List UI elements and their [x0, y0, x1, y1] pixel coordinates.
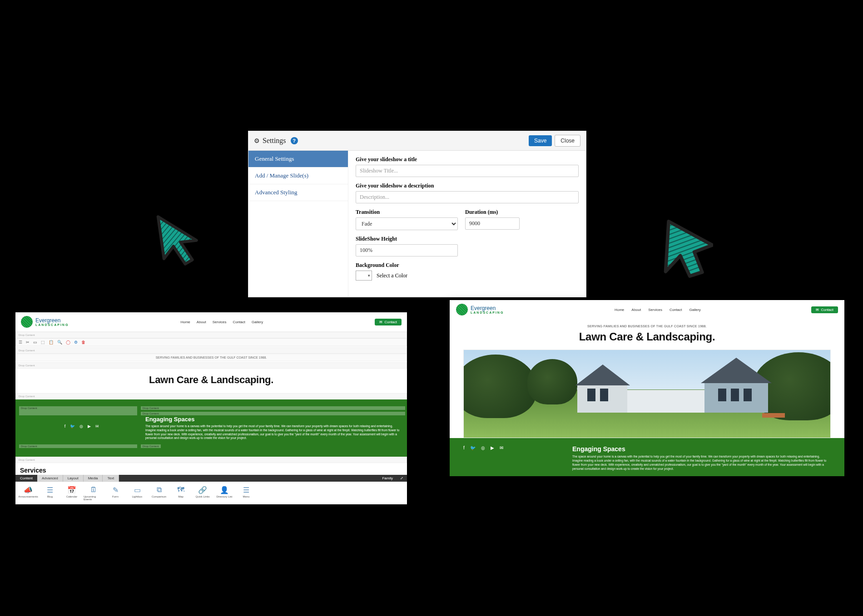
tab-layout[interactable]: Layout — [63, 475, 84, 482]
label-slideshow-description: Give your slideshow a description — [356, 182, 579, 189]
comp-quicklinks[interactable]: 🔗Quick Links — [192, 484, 213, 503]
tab-advanced[interactable]: Advanced — [37, 475, 63, 482]
settings-form: Give your slideshow a title Give your sl… — [348, 151, 586, 297]
preview-headline: Lawn Care & Landscaping. — [450, 328, 844, 350]
drop-zone[interactable]: Drop Content — [15, 332, 407, 338]
compare-icon: ⧉ — [154, 486, 164, 494]
comp-map[interactable]: 🗺Map — [170, 484, 192, 503]
comp-lightbox[interactable]: ▭Lightbox — [126, 484, 148, 503]
comp-menu[interactable]: ☰Menu — [235, 484, 257, 503]
nav-services[interactable]: Services — [648, 308, 662, 312]
editor-toolbar: ☰ ✂ ▭ ⬚ 📋 🔍 ◯ ⚙ 🗑 — [15, 338, 407, 346]
twitter-icon[interactable]: 🐦 — [470, 445, 476, 471]
nav-about[interactable]: About — [197, 320, 206, 324]
instagram-icon[interactable]: ◎ — [79, 424, 83, 440]
input-slideshow-height[interactable] — [356, 244, 458, 256]
input-slideshow-description[interactable] — [356, 191, 579, 203]
select-transition[interactable]: Fade — [356, 217, 458, 230]
contact-button-label: Contact — [821, 308, 833, 312]
drop-zone[interactable]: Drop Content — [141, 412, 405, 415]
engaging-title: Engaging Spaces — [572, 445, 831, 453]
comp-announcements[interactable]: 📣Announcements — [17, 484, 39, 503]
nav-home[interactable]: Home — [615, 308, 624, 312]
nav-contact[interactable]: Contact — [670, 308, 682, 312]
toolbar-trash-icon[interactable]: 🗑 — [81, 340, 85, 345]
input-duration[interactable] — [465, 217, 520, 230]
contact-button[interactable]: ✉ Contact — [811, 306, 838, 313]
toolbar-menu-icon[interactable]: ☰ — [19, 340, 22, 345]
toolbar-gear-icon[interactable]: ⚙ — [74, 340, 78, 345]
label-duration: Duration (ms) — [465, 209, 520, 216]
instagram-icon[interactable]: ◎ — [481, 445, 485, 471]
envelope-icon[interactable]: ✉ — [95, 424, 99, 440]
preview-engaging-block: f 🐦 ◎ ▶ ✉ Engaging Spaces The space arou… — [450, 438, 844, 476]
comp-calendar[interactable]: 📅Calendar — [61, 484, 83, 503]
expand-icon[interactable]: ⤢ — [397, 475, 407, 482]
comp-blog[interactable]: ☰Blog — [39, 484, 61, 503]
drop-zone[interactable]: Drop Content — [15, 457, 407, 463]
tab-media[interactable]: Media — [84, 475, 103, 482]
toolbar-select-icon[interactable]: ⬚ — [41, 340, 45, 345]
mail-icon: ✉ — [379, 320, 382, 324]
toolbar-search-icon[interactable]: 🔍 — [57, 340, 62, 345]
drop-zone[interactable]: Drop Content — [15, 362, 407, 369]
drop-zone[interactable]: Drop Content — [141, 406, 405, 410]
color-swatch[interactable]: ▾ — [356, 271, 372, 281]
nav-gallery[interactable]: Gallery — [252, 320, 263, 324]
engaging-body: The space around your home is a canvas w… — [145, 424, 400, 440]
chevron-down-icon: ▾ — [368, 273, 370, 278]
toolbar-cut-icon[interactable]: ✂ — [26, 340, 30, 345]
drop-zone[interactable]: Drop Content — [15, 347, 407, 354]
drop-zone[interactable]: Drop Content — [141, 444, 161, 448]
tab-family[interactable]: Family — [378, 475, 397, 482]
youtube-icon[interactable]: ▶ — [491, 445, 494, 471]
drop-zone[interactable]: Drop Content — [19, 444, 137, 448]
nav-home[interactable]: Home — [180, 320, 190, 324]
envelope-icon[interactable]: ✉ — [500, 445, 503, 471]
settings-body: General Settings Add / Manage Slide(s) A… — [248, 151, 586, 297]
megaphone-icon: 📣 — [24, 486, 33, 494]
toolbar-circle-icon[interactable]: ◯ — [66, 340, 70, 345]
preview-header: Evergreen LANDSCAPING Home About Service… — [450, 300, 844, 319]
component-palette: 📣Announcements ☰Blog 📅Calendar 🗓Upcoming… — [15, 482, 407, 504]
twitter-icon[interactable]: 🐦 — [70, 424, 75, 440]
tab-text[interactable]: Text — [103, 475, 119, 482]
contact-button-label: Contact — [384, 320, 397, 324]
comp-form[interactable]: ✎Form — [104, 484, 126, 503]
nav-about[interactable]: About — [631, 308, 641, 312]
nav-gallery[interactable]: Gallery — [689, 308, 700, 312]
facebook-icon[interactable]: f — [463, 445, 465, 471]
help-icon[interactable]: ? — [291, 137, 298, 144]
preview-window: Evergreen LANDSCAPING Home About Service… — [450, 300, 844, 476]
nav-contact[interactable]: Contact — [233, 320, 245, 324]
section-services: Services — [15, 463, 407, 475]
tab-content[interactable]: Content — [15, 475, 37, 482]
tab-manage-slides[interactable]: Add / Manage Slide(s) — [248, 168, 348, 184]
social-icons: f 🐦 ◎ ▶ ✉ — [23, 424, 141, 440]
close-button[interactable]: Close — [555, 135, 580, 147]
input-slideshow-title[interactable] — [356, 165, 579, 177]
tab-advanced-styling[interactable]: Advanced Styling — [248, 184, 348, 201]
drop-zone[interactable]: Drop Content — [15, 393, 407, 399]
comp-directory[interactable]: 👤Directory List — [213, 484, 235, 503]
brand-name: Evergreen — [35, 318, 69, 323]
list-icon: ☰ — [45, 486, 55, 494]
form-icon: ✎ — [111, 486, 120, 494]
drop-zone[interactable]: Drop Content — [19, 406, 137, 415]
youtube-icon[interactable]: ▶ — [88, 424, 91, 440]
brand-sub: LANDSCAPING — [471, 311, 504, 314]
editor-window: Evergreen LANDSCAPING Home About Service… — [15, 312, 407, 504]
contact-button[interactable]: ✉ Contact — [375, 319, 402, 325]
editor-headline: Lawn Care & Landscaping. — [15, 369, 407, 393]
facebook-icon[interactable]: f — [64, 424, 66, 440]
brand-logo[interactable]: Evergreen LANDSCAPING — [21, 316, 69, 328]
save-button[interactable]: Save — [529, 135, 552, 146]
comp-comparison[interactable]: ⧉Comparison — [148, 484, 170, 503]
tab-general-settings[interactable]: General Settings — [248, 151, 348, 168]
nav-services[interactable]: Services — [213, 320, 227, 324]
social-icons: f 🐦 ◎ ▶ ✉ — [463, 445, 563, 471]
comp-upcoming[interactable]: 🗓Upcoming Events — [83, 484, 104, 503]
brand-logo[interactable]: Evergreen LANDSCAPING — [456, 304, 504, 315]
toolbar-paste-icon[interactable]: 📋 — [49, 340, 54, 345]
toolbar-doc-icon[interactable]: ▭ — [33, 340, 37, 345]
